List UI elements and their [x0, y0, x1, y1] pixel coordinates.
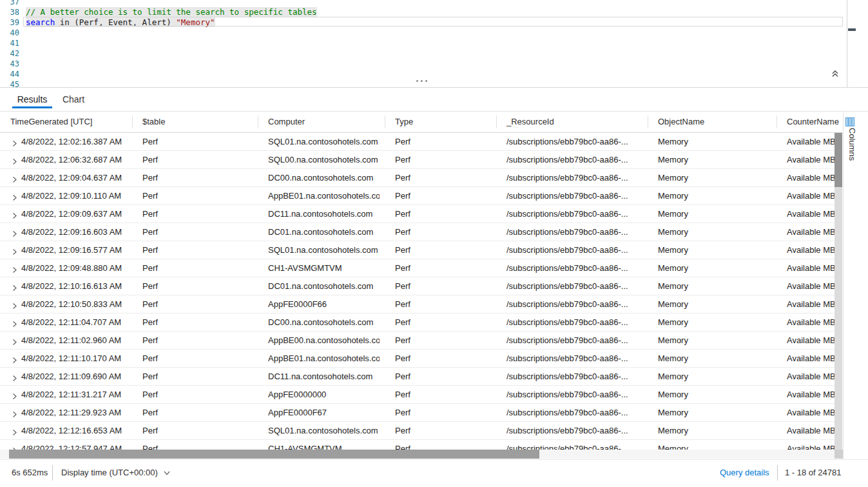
tab-results[interactable]: Results	[12, 93, 52, 106]
cell-resource_id: /subscriptions/ebb79bc0-aa86-...	[506, 205, 642, 223]
code-line[interactable]: 42	[0, 48, 845, 59]
cell-computer: AppBE01.na.contosohotels.com	[268, 187, 380, 204]
cell-time: 4/8/2022, 12:12:16.653 AM	[21, 422, 127, 439]
table-row[interactable]: 4/8/2022, 12:09:48.880 AMPerfCH1-AVSMGMT…	[0, 259, 843, 277]
column-separator[interactable]	[496, 115, 497, 128]
column-header-objectname[interactable]: ObjectName	[658, 112, 704, 132]
query-details-link[interactable]: Query details	[720, 468, 769, 477]
columns-side-pane-collapsed: Columns	[843, 112, 868, 459]
code-line[interactable]: 41	[0, 38, 845, 48]
code-line[interactable]: 40	[0, 28, 845, 38]
query-editor[interactable]: 3738// A better choice is to limit the s…	[0, 0, 868, 88]
cell-resource_id: /subscriptions/ebb79bc0-aa86-...	[506, 350, 642, 367]
row-expander-chevron-icon[interactable]	[11, 427, 18, 434]
column-separator[interactable]	[258, 115, 258, 128]
table-row[interactable]: 4/8/2022, 12:12:57.947 AMPerfCH1-AVSMGMT…	[0, 440, 843, 450]
cell-computer: AppFE0000000	[268, 386, 380, 403]
cell-table: Perf	[142, 205, 253, 223]
cell-time: 4/8/2022, 12:12:57.947 AM	[21, 440, 127, 450]
row-expander-chevron-icon[interactable]	[11, 283, 18, 290]
table-row[interactable]: 4/8/2022, 12:10:16.613 AMPerfDC01.na.con…	[0, 277, 843, 295]
tab-chart[interactable]: Chart	[59, 93, 88, 106]
table-row[interactable]: 4/8/2022, 12:09:10.110 AMPerfAppBE01.na.…	[0, 187, 843, 205]
column-header-type[interactable]: Type	[395, 112, 413, 132]
table-row[interactable]: 4/8/2022, 12:09:16.577 AMPerfSQL01.na.co…	[0, 241, 843, 259]
table-row[interactable]: 4/8/2022, 12:06:32.687 AMPerfSQL00.na.co…	[0, 151, 843, 169]
cell-resource_id: /subscriptions/ebb79bc0-aa86-...	[506, 332, 642, 349]
row-expander-chevron-icon[interactable]	[11, 264, 18, 272]
table-row[interactable]: 4/8/2022, 12:11:31.217 AMPerfAppFE000000…	[0, 386, 843, 404]
editor-scrollbar-track[interactable]	[847, 0, 847, 88]
horizontal-scrollbar-thumb[interactable]	[9, 450, 539, 459]
column-separator[interactable]	[132, 115, 133, 128]
cell-table: Perf	[142, 422, 253, 439]
table-row[interactable]: 4/8/2022, 12:09:16.603 AMPerfDC01.na.con…	[0, 223, 843, 241]
row-expander-chevron-icon[interactable]	[11, 355, 18, 362]
cell-computer: DC01.na.contosohotels.com	[268, 223, 380, 241]
row-expander-chevron-icon[interactable]	[11, 138, 18, 145]
cell-object_name: Memory	[658, 404, 771, 421]
cell-time: 4/8/2022, 12:09:10.110 AM	[21, 187, 127, 204]
cell-computer: CH1-AVSMGMTVM	[268, 440, 380, 450]
cell-type: Perf	[395, 295, 491, 313]
cell-computer: SQL01.na.contosohotels.com	[268, 241, 380, 259]
collapse-editor-button[interactable]	[830, 68, 842, 80]
table-row[interactable]: 4/8/2022, 12:09:09.637 AMPerfDC11.na.con…	[0, 205, 843, 223]
table-row[interactable]: 4/8/2022, 12:11:29.923 AMPerfAppFE0000F6…	[0, 404, 843, 422]
row-expander-chevron-icon[interactable]	[11, 192, 18, 199]
row-expander-chevron-icon[interactable]	[11, 156, 18, 163]
cell-object_name: Memory	[658, 332, 771, 349]
row-expander-chevron-icon[interactable]	[11, 391, 18, 398]
row-expander-chevron-icon[interactable]	[11, 445, 18, 450]
table-row[interactable]: 4/8/2022, 12:11:04.707 AMPerfDC00.na.con…	[0, 313, 843, 332]
column-separator[interactable]	[776, 115, 777, 128]
cell-computer: SQL01.na.contosohotels.com	[268, 422, 380, 439]
line-number: 40	[0, 28, 19, 38]
cell-object_name: Memory	[658, 223, 771, 241]
cell-resource_id: /subscriptions/ebb79bc0-aa86-...	[506, 440, 642, 450]
table-row[interactable]: 4/8/2022, 12:11:10.170 AMPerfAppBE01.na.…	[0, 350, 843, 368]
row-expander-chevron-icon[interactable]	[11, 210, 18, 217]
scrollbar-corner	[834, 450, 843, 459]
row-expander-chevron-icon[interactable]	[11, 174, 18, 181]
column-header-computer[interactable]: Computer	[268, 112, 305, 132]
table-row[interactable]: 4/8/2022, 12:11:09.690 AMPerfDC11.na.con…	[0, 368, 843, 386]
row-expander-chevron-icon[interactable]	[11, 337, 18, 344]
cell-resource_id: /subscriptions/ebb79bc0-aa86-...	[506, 259, 642, 277]
table-row[interactable]: 4/8/2022, 12:09:04.637 AMPerfDC00.na.con…	[0, 169, 843, 187]
column-separator[interactable]	[385, 115, 385, 128]
table-row[interactable]: 4/8/2022, 12:12:16.653 AMPerfSQL01.na.co…	[0, 422, 843, 440]
line-number: 44	[0, 69, 19, 79]
column-header-timegenerated-utc-[interactable]: TimeGenerated [UTC]	[10, 112, 92, 132]
code-line[interactable]: 39search in (Perf, Event, Alert) "Memory…	[0, 17, 845, 28]
column-header--table[interactable]: $table	[142, 112, 165, 132]
vertical-scrollbar-thumb[interactable]	[834, 133, 842, 187]
cell-object_name: Memory	[658, 187, 771, 204]
display-time-dropdown[interactable]: Display time (UTC+00:00)	[61, 468, 171, 477]
cell-type: Perf	[395, 133, 491, 150]
row-expander-chevron-icon[interactable]	[11, 319, 18, 326]
column-header--resourceid[interactable]: _ResourceId	[506, 112, 554, 132]
row-expander-chevron-icon[interactable]	[11, 228, 18, 235]
pane-splitter-handle[interactable]	[412, 77, 430, 84]
table-row[interactable]: 4/8/2022, 12:02:16.387 AMPerfSQL01.na.co…	[0, 133, 843, 151]
columns-pane-label[interactable]: Columns	[847, 128, 857, 161]
row-expander-chevron-icon[interactable]	[11, 409, 18, 416]
column-separator[interactable]	[648, 115, 648, 128]
cell-table: Perf	[142, 169, 253, 186]
cell-object_name: Memory	[658, 133, 771, 150]
cell-computer: DC11.na.contosohotels.com	[268, 368, 380, 385]
cell-time: 4/8/2022, 12:11:02.960 AM	[21, 332, 127, 349]
cell-resource_id: /subscriptions/ebb79bc0-aa86-...	[506, 187, 642, 204]
code-token-string: "Memory"	[176, 17, 215, 27]
row-expander-chevron-icon[interactable]	[11, 301, 18, 308]
code-line[interactable]: 38// A better choice is to limit the sea…	[0, 7, 845, 17]
code-line[interactable]: 37	[0, 0, 845, 7]
table-row[interactable]: 4/8/2022, 12:11:02.960 AMPerfAppBE00.na.…	[0, 332, 843, 350]
row-expander-chevron-icon[interactable]	[11, 246, 18, 253]
row-expander-chevron-icon[interactable]	[11, 373, 18, 380]
cell-resource_id: /subscriptions/ebb79bc0-aa86-...	[506, 133, 642, 150]
table-row[interactable]: 4/8/2022, 12:10:50.833 AMPerfAppFE0000F6…	[0, 295, 843, 313]
code-line[interactable]: 43	[0, 59, 845, 69]
column-header-countername[interactable]: CounterName	[787, 112, 839, 132]
